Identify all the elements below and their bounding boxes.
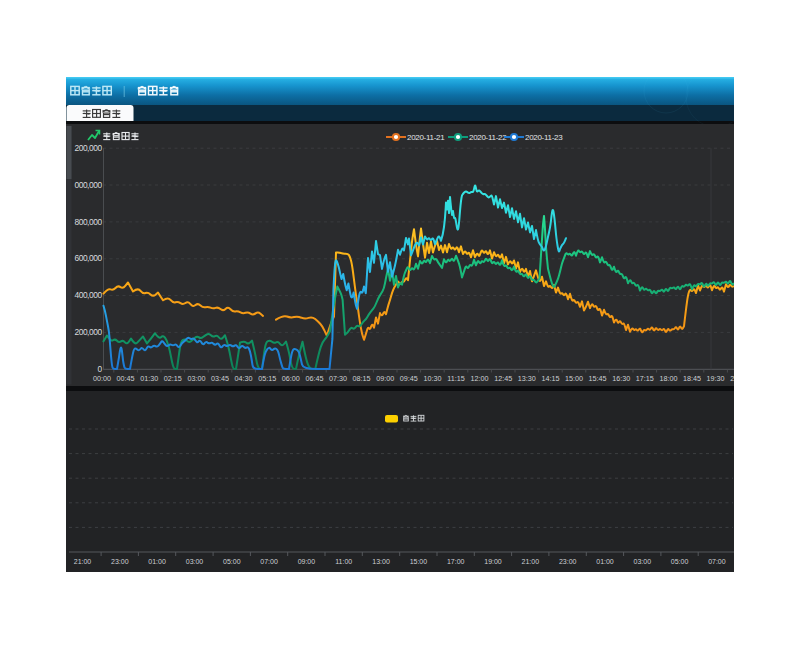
svg-text:01:30: 01:30 [140, 374, 158, 383]
svg-text:08:15: 08:15 [353, 374, 371, 383]
svg-text:04:30: 04:30 [235, 374, 253, 383]
svg-text:19:00: 19:00 [484, 558, 502, 565]
svg-text:06:00: 06:00 [282, 374, 300, 383]
svg-text:0: 0 [97, 364, 102, 374]
svg-text:000,000: 000,000 [74, 180, 102, 190]
svg-text:11:15: 11:15 [447, 374, 464, 383]
svg-text:15:00: 15:00 [565, 374, 583, 383]
svg-text:06:45: 06:45 [305, 374, 323, 383]
svg-text:2020-11-21: 2020-11-21 [407, 133, 445, 142]
svg-text:23:00: 23:00 [559, 558, 577, 565]
svg-text:07:00: 07:00 [260, 558, 278, 565]
svg-text:10:30: 10:30 [423, 374, 441, 383]
svg-text:13:00: 13:00 [372, 558, 390, 565]
svg-text:14:15: 14:15 [541, 374, 559, 383]
svg-text:13:30: 13:30 [518, 374, 536, 383]
svg-text:01:00: 01:00 [148, 558, 166, 565]
svg-text:18:45: 18:45 [683, 374, 701, 383]
svg-text:600,000: 600,000 [74, 253, 102, 263]
svg-text:12:45: 12:45 [494, 374, 512, 383]
svg-text:19:30: 19:30 [707, 374, 725, 383]
svg-text:2020-11-22: 2020-11-22 [469, 133, 507, 142]
svg-text:07:00: 07:00 [708, 558, 726, 565]
svg-text:09:00: 09:00 [376, 374, 394, 383]
svg-text:21:00: 21:00 [522, 558, 540, 565]
svg-text:21:00: 21:00 [74, 558, 92, 565]
svg-text:02:15: 02:15 [164, 374, 182, 383]
svg-text:15:00: 15:00 [410, 558, 428, 565]
svg-text:2020-11-23: 2020-11-23 [525, 133, 563, 142]
svg-text:800,000: 800,000 [74, 217, 102, 227]
svg-text:03:00: 03:00 [634, 558, 652, 565]
svg-text:03:00: 03:00 [186, 558, 204, 565]
svg-text:05:00: 05:00 [223, 558, 241, 565]
svg-text:01:00: 01:00 [596, 558, 614, 565]
svg-text:11:00: 11:00 [335, 558, 352, 565]
svg-text:16:30: 16:30 [612, 374, 630, 383]
svg-text:07:30: 07:30 [329, 374, 347, 383]
svg-text:23:00: 23:00 [111, 558, 129, 565]
svg-text:400,000: 400,000 [74, 290, 102, 300]
svg-text:09:45: 09:45 [400, 374, 418, 383]
svg-text:00:00: 00:00 [93, 374, 111, 383]
svg-text:17:15: 17:15 [636, 374, 654, 383]
svg-text:200,000: 200,000 [74, 143, 102, 153]
svg-text:00:45: 00:45 [117, 374, 135, 383]
svg-text:03:00: 03:00 [187, 374, 205, 383]
svg-text:20:15: 20:15 [730, 374, 734, 383]
svg-text:09:00: 09:00 [298, 558, 316, 565]
svg-text:05:00: 05:00 [671, 558, 689, 565]
svg-text:200,000: 200,000 [74, 327, 102, 337]
svg-text:17:00: 17:00 [447, 558, 465, 565]
svg-text:03:45: 03:45 [211, 374, 229, 383]
svg-text:12:00: 12:00 [471, 374, 489, 383]
svg-text:18:00: 18:00 [659, 374, 677, 383]
svg-text:05:15: 05:15 [258, 374, 276, 383]
svg-text:15:45: 15:45 [589, 374, 607, 383]
